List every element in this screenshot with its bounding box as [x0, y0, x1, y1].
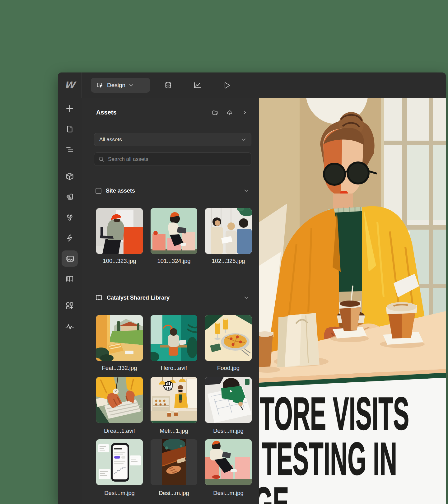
- asset-thumbnail[interactable]: [151, 439, 197, 485]
- asset-thumbnail[interactable]: [151, 377, 197, 423]
- variables-droplets-icon[interactable]: [62, 209, 78, 226]
- asset-thumbnail[interactable]: [96, 208, 143, 254]
- select-all-checkbox[interactable]: [95, 188, 102, 194]
- analytics-chart-icon[interactable]: [191, 79, 204, 92]
- asset-thumbnail[interactable]: [205, 439, 252, 485]
- illustration-person-at-desk-teal-room: [151, 315, 197, 361]
- section-header-site-assets[interactable]: Site assets: [95, 186, 249, 195]
- apps-grid-icon[interactable]: [62, 298, 78, 314]
- photo-woman-green-blazer-drawing-plans: [205, 377, 252, 423]
- section-label: Site assets: [106, 188, 240, 194]
- assets-panel-title: Assets: [96, 109, 117, 116]
- webflow-logo: W: [64, 80, 76, 91]
- logo-cell[interactable]: W: [58, 72, 82, 98]
- style-swatches-icon[interactable]: [62, 189, 78, 205]
- library-book-icon: [95, 294, 103, 301]
- assets-image-icon[interactable]: [62, 250, 78, 267]
- interactions-bolt-icon[interactable]: [62, 230, 78, 246]
- asset-label: Desi...m.jpg: [96, 490, 143, 497]
- illustration-cafe-counter-pastry-case: [151, 377, 197, 423]
- asset-thumbnail[interactable]: [151, 315, 197, 361]
- asset-thumbnail[interactable]: [96, 315, 143, 361]
- photo-hand-on-counter-warm-light: [151, 439, 197, 485]
- screenshot-root: W Design: [0, 0, 448, 504]
- libraries-book-icon[interactable]: [62, 271, 78, 287]
- search-input[interactable]: [107, 156, 247, 163]
- assets-panel: Assets All assets: [82, 98, 259, 504]
- pages-icon[interactable]: [62, 121, 78, 137]
- asset-thumbnail[interactable]: [151, 208, 197, 254]
- assets-filter-value: All assets: [99, 137, 241, 143]
- section-header-shared-library[interactable]: Catalyst Shared Library: [95, 293, 249, 302]
- photo-person-red-cap-laptop: [96, 208, 143, 254]
- new-folder-icon[interactable]: [210, 108, 220, 117]
- asset-label: Desi...m.jpg: [205, 490, 252, 497]
- assets-filter-dropdown[interactable]: All assets: [94, 133, 251, 146]
- design-canvas[interactable]: TORE VISITS TESTING IN AGE: [259, 98, 446, 504]
- canvas-hero-illustration[interactable]: [259, 98, 446, 388]
- illustration-pizza-and-juice: [205, 315, 252, 361]
- design-cursor-icon: [96, 82, 103, 89]
- asset-thumbnail[interactable]: [205, 208, 252, 254]
- photo-person-orange-beanie-blocks: [151, 208, 197, 254]
- rail-divider: [63, 292, 77, 292]
- site-audit-pulse-icon[interactable]: [62, 318, 78, 334]
- chevron-down-icon: [241, 138, 246, 141]
- asset-label: 100...323.jpg: [96, 258, 143, 264]
- upload-asset-icon[interactable]: [225, 108, 235, 117]
- asset-thumbnail[interactable]: [205, 377, 252, 423]
- asset-label: 102...325.jpg: [205, 258, 252, 264]
- asset-thumbnail[interactable]: [96, 439, 143, 485]
- illustration-hands-typing-keyboard: [96, 377, 143, 423]
- headline-line-1[interactable]: TORE VISITS: [260, 391, 409, 437]
- asset-label: Metr...1.jpg: [151, 427, 197, 434]
- asset-label: Food.jpg: [205, 365, 252, 371]
- assets-search-field: [94, 152, 251, 166]
- asset-label: Desi...m.jpg: [151, 490, 197, 497]
- headline-line-2[interactable]: TESTING IN: [262, 436, 397, 482]
- chevron-down-icon: [244, 296, 249, 299]
- navigator-icon[interactable]: [62, 142, 78, 158]
- rail-divider: [63, 162, 77, 162]
- asset-thumbnail[interactable]: [205, 315, 252, 361]
- asset-label: Hero...avif: [151, 365, 197, 371]
- asset-thumbnail[interactable]: [96, 377, 143, 423]
- asset-label: 101...324.jpg: [151, 258, 197, 264]
- add-plus-icon[interactable]: [62, 100, 78, 117]
- top-toolbar: W Design: [58, 72, 446, 98]
- asset-label: Desi...m.jpg: [205, 427, 252, 434]
- photo-person-sitting-on-pink-blocks: [205, 439, 252, 485]
- left-toolbar-rail: [58, 98, 82, 504]
- collapse-panel-icon[interactable]: [240, 108, 250, 117]
- search-icon: [98, 156, 105, 162]
- preview-play-icon[interactable]: [220, 79, 233, 92]
- photo-three-people-meeting: [205, 208, 252, 254]
- components-cube-icon[interactable]: [62, 168, 78, 184]
- design-button-label: Design: [107, 82, 125, 89]
- illustration-villa-garden-patio: [96, 315, 143, 361]
- asset-label: Drea...1.avif: [96, 427, 143, 434]
- photo-phone-app-mockup: [96, 439, 143, 485]
- asset-label: Feat...332.jpg: [96, 365, 143, 371]
- headline-line-3[interactable]: AGE: [259, 481, 289, 504]
- cms-database-icon[interactable]: [161, 79, 175, 92]
- section-label: Catalyst Shared Library: [107, 295, 240, 301]
- design-mode-button[interactable]: Design: [91, 78, 150, 93]
- designer-window: W Design: [58, 72, 446, 504]
- chevron-down-icon: [129, 84, 133, 87]
- chevron-down-icon: [244, 189, 249, 192]
